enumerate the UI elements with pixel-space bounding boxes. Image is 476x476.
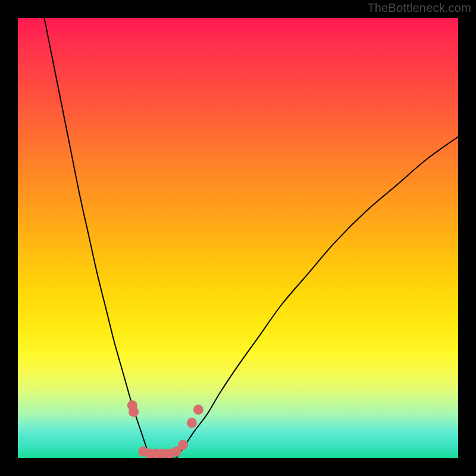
marker-right-up-b [187, 418, 197, 428]
chart-frame: TheBottleneck.com [0, 0, 476, 476]
curve-right-curve [176, 137, 458, 458]
marker-right-up-c [193, 405, 203, 415]
curve-layer [18, 18, 458, 458]
curve-left-curve [44, 18, 150, 458]
marker-right-up-a [178, 440, 188, 450]
plot-area [18, 18, 458, 458]
watermark-text: TheBottleneck.com [367, 1, 471, 15]
marker-left-pair-lower [129, 407, 139, 417]
